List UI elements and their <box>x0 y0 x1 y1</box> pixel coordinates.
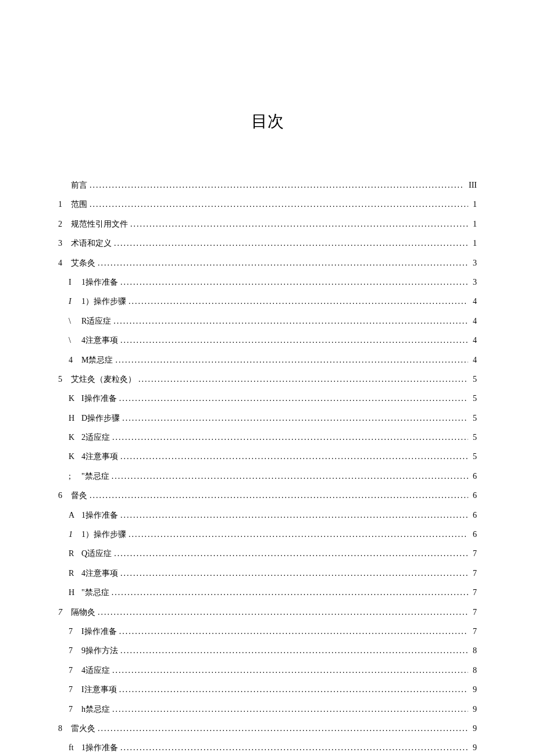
toc-entry-label: 2适应症 <box>81 431 110 444</box>
toc-entry-prefix: 1 <box>58 198 69 211</box>
toc-entry-label: D操作步骤 <box>81 412 120 425</box>
toc-entry-prefix: R <box>69 567 79 580</box>
toc-entry-prefix: I <box>69 295 79 308</box>
toc-entry-page: 9 <box>473 683 477 696</box>
toc-entry-label: 前言 <box>71 179 87 192</box>
toc-entry-label: I操作准备 <box>81 625 117 638</box>
toc-entry-prefix: I <box>69 276 79 289</box>
toc-entry: \R适应症4 <box>69 315 477 328</box>
toc-leader-dots <box>120 334 468 347</box>
toc-entry: 74适应症8 <box>69 664 477 677</box>
toc-entry-label: 艾条灸 <box>71 257 95 270</box>
toc-entry: \4注意事项4 <box>69 334 477 347</box>
toc-leader-dots <box>138 373 468 386</box>
toc-entry-page: 7 <box>473 547 477 560</box>
toc-entry-label: I注意事项 <box>81 683 117 696</box>
toc-entry: A1操作准备6 <box>69 509 477 522</box>
toc-entry-prefix: 4 <box>58 257 69 270</box>
toc-leader-dots <box>129 295 468 308</box>
toc-entry: 4M禁忌症4 <box>69 354 477 367</box>
toc-entry-label: 隔物灸 <box>71 606 95 619</box>
toc-entry-prefix: 2 <box>58 218 69 231</box>
toc-leader-dots <box>90 198 468 211</box>
toc-entry: 5艾炷灸（麦粒灸）5 <box>58 373 477 386</box>
toc-leader-dots <box>120 509 468 522</box>
toc-leader-dots <box>114 547 468 560</box>
toc-entry-page: 1 <box>473 198 477 211</box>
toc-leader-dots <box>130 218 468 231</box>
toc-entry-prefix: 4 <box>69 354 79 367</box>
toc-entry-prefix: A <box>69 509 79 522</box>
toc-leader-dots <box>90 489 468 502</box>
toc-entry-prefix: K <box>69 431 79 444</box>
toc-entry-label: 范围 <box>71 198 87 211</box>
toc-entry-page: 3 <box>473 257 477 270</box>
toc-leader-dots <box>119 683 468 696</box>
toc-entry-page: 3 <box>473 276 477 289</box>
toc-leader-dots <box>115 354 468 367</box>
toc-entry-page: 8 <box>473 644 477 657</box>
toc-entry: R4注意事项7 <box>69 567 477 580</box>
toc-entry-page: 4 <box>473 295 477 308</box>
toc-entry-label: 雷火灸 <box>71 722 95 735</box>
toc-entry: 4艾条灸3 <box>58 257 477 270</box>
toc-entry-prefix: ; <box>69 470 79 483</box>
toc-entry-prefix: 7 <box>58 606 69 619</box>
toc-entry: 7隔物灸7 <box>58 606 477 619</box>
toc-entry-page: 7 <box>473 567 477 580</box>
toc-entry-label: 4注意事项 <box>81 567 118 580</box>
toc-entry-prefix: H <box>69 412 79 425</box>
toc-entry-prefix: 5 <box>58 373 69 386</box>
toc-entry-prefix: H <box>69 586 79 599</box>
toc-entry-label: 术语和定义 <box>71 237 112 250</box>
toc-entry-page: 4 <box>473 354 477 367</box>
toc-entry-prefix: 7 <box>69 664 79 677</box>
toc-entry-label: 1操作准备 <box>81 509 118 522</box>
toc-entry-label: h禁忌症 <box>81 703 110 716</box>
toc-entry-prefix: \ <box>69 334 79 347</box>
toc-entry-page: 5 <box>473 450 477 463</box>
toc-entry-prefix: 7 <box>69 625 79 638</box>
toc-leader-dots <box>112 470 468 483</box>
toc-entry-page: 5 <box>473 392 477 405</box>
toc-entry: 79操作方法8 <box>69 644 477 657</box>
toc-entry-label: I操作准备 <box>81 392 117 405</box>
toc-entry-page: 4 <box>473 334 477 347</box>
toc-entry: 前言III <box>58 179 477 192</box>
toc-entry-label: Q适应症 <box>81 547 112 560</box>
toc-entry-page: 5 <box>473 431 477 444</box>
toc-entry: HD操作步骤5 <box>69 412 477 425</box>
toc-entry-prefix: K <box>69 450 79 463</box>
toc-entry-page: 5 <box>473 412 477 425</box>
toc-entry: 6督灸6 <box>58 489 477 502</box>
toc-entry-label: 4注意事项 <box>81 334 118 347</box>
toc-entry-page: 1 <box>473 237 477 250</box>
toc-entry: ft1操作准备9 <box>69 741 477 754</box>
toc-leader-dots <box>122 412 468 425</box>
toc-entry: K4注意事项5 <box>69 450 477 463</box>
toc-entry-page: 6 <box>473 470 477 483</box>
toc-entry: I1操作准备3 <box>69 276 477 289</box>
toc-entry-prefix: 7 <box>69 644 79 657</box>
toc-entry-prefix: K <box>69 392 79 405</box>
toc-entry: 1范围1 <box>58 198 477 211</box>
toc-entry-label: 4适应症 <box>81 664 110 677</box>
toc-entry: 2规范性引用文件1 <box>58 218 477 231</box>
toc-leader-dots <box>98 257 468 270</box>
page-title: 目次 <box>58 110 477 132</box>
toc-leader-dots <box>98 606 468 619</box>
toc-entry-prefix: R <box>69 547 79 560</box>
toc-entry: 7h禁忌症9 <box>69 703 477 716</box>
toc-entry-label: R适应症 <box>81 315 111 328</box>
toc-entry-page: 9 <box>473 703 477 716</box>
toc-entry: I1）操作步骤4 <box>69 295 477 308</box>
toc-entry-label: 艾炷灸（麦粒灸） <box>71 373 136 386</box>
toc-leader-dots <box>119 625 468 638</box>
toc-leader-dots <box>129 528 468 541</box>
toc-leader-dots <box>120 450 468 463</box>
toc-entry-page: 5 <box>473 373 477 386</box>
toc-entry-label: "禁忌症 <box>81 470 109 483</box>
toc-entry: 7I注意事项9 <box>69 683 477 696</box>
toc-entry-prefix: \ <box>69 315 79 328</box>
toc-entry-prefix: 7 <box>69 703 79 716</box>
